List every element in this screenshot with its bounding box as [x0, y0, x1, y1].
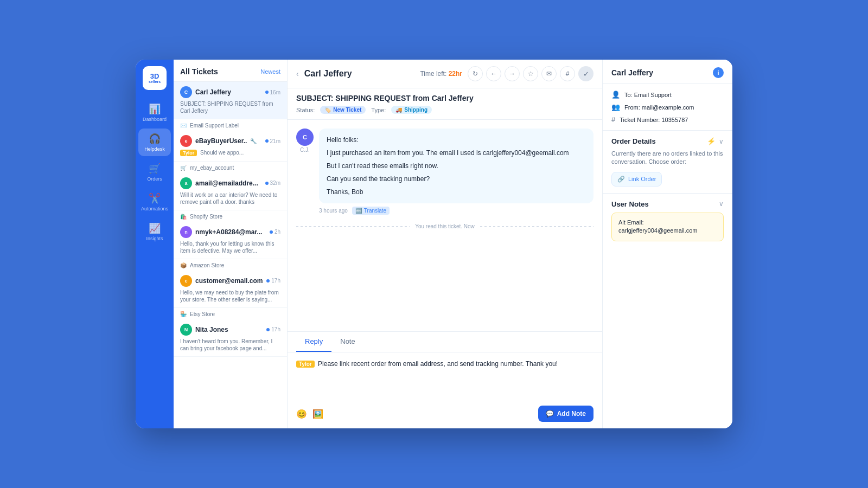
ticket-time: 17h — [266, 278, 280, 284]
sidebar: 3D sellers 📊 Dashboard 🎧 Helpdesk 🛒 Orde… — [136, 60, 174, 428]
ticket-name: nmyk+A08284@mar... — [195, 228, 262, 236]
tickets-panel: All Tickets Newest C Carl Jeffery 16m SU… — [174, 60, 288, 428]
avatar: e — [180, 135, 192, 147]
sidebar-item-orders[interactable]: 🛒 Orders — [138, 158, 171, 186]
divider-line-right — [480, 226, 593, 227]
bolt-icon: ⚡ — [707, 137, 716, 145]
refresh-button[interactable]: ↻ — [468, 66, 483, 81]
check-button[interactable]: ✓ — [578, 66, 593, 81]
next-button[interactable]: → — [505, 66, 520, 81]
status-value: New Ticket — [333, 107, 361, 113]
msg-sender: C.J. — [300, 147, 310, 153]
prev-button[interactable]: ← — [486, 66, 501, 81]
right-panel-title: Carl Jeffery — [611, 68, 653, 77]
ticket-name: eBayBuyerUser.. — [195, 137, 247, 145]
ticket-preview: Hello, thank you for letting us know thi… — [180, 240, 280, 254]
image-icon[interactable]: 🖼️ — [312, 409, 323, 419]
type-label: Type: — [371, 107, 386, 113]
order-section-actions: ⚡ ∨ — [707, 137, 724, 145]
contact-ticket-icon: # — [611, 115, 615, 124]
time-dot — [266, 279, 270, 282]
contact-person-icon: 👤 — [611, 91, 620, 99]
status-row: Status: 🏷️ New Ticket Type: 🚚 Shipping — [296, 106, 593, 114]
ticket-preview: SUBJECT: SHIPPING REQUEST from Carl Jeff… — [180, 100, 280, 114]
dashboard-label: Dashboard — [143, 117, 167, 122]
notes-section: User Notes ∨ Alt Email: carlgjeffery004@… — [603, 194, 732, 248]
notes-expand-icon[interactable]: ∨ — [719, 200, 724, 208]
store-label: 🏪 Etsy Store — [174, 308, 287, 319]
ticket-name: amail@emailaddre... — [195, 179, 258, 187]
list-item[interactable]: a amail@emailaddre... 32m Will it work o… — [174, 173, 287, 210]
emoji-icon[interactable]: 😊 — [296, 409, 307, 419]
ticket-name: Carl Jeffery — [195, 88, 231, 96]
store-name: Email Support Label — [190, 123, 239, 129]
order-empty-text: Currently there are no orders linked to … — [611, 150, 724, 166]
status-badge[interactable]: 🏷️ New Ticket — [320, 106, 366, 114]
list-item[interactable]: c customer@email.com 17h Hello, we may n… — [174, 271, 287, 308]
list-item[interactable]: N Nita Jones 17h I haven't heard from yo… — [174, 319, 287, 357]
ticket-time: 21m — [265, 138, 280, 144]
store-label: 🛍️ Shopify Store — [174, 210, 287, 222]
insights-label: Insights — [146, 236, 163, 241]
reply-input[interactable]: Tylor Please link recent order from emai… — [288, 352, 602, 401]
contact-info: 👤 To: Email Support 👥 From: mail@example… — [603, 84, 732, 131]
conversation-header: ‹ Carl Jeffery Time left: 22hr ↻ ← → ☆ ✉… — [288, 60, 602, 88]
avatar: N — [180, 324, 192, 336]
translate-label: Translate — [364, 208, 386, 214]
tickets-header: All Tickets Newest — [174, 60, 287, 82]
ticket-list: C Carl Jeffery 16m SUBJECT: SHIPPING REQ… — [174, 82, 287, 428]
avatar: n — [180, 226, 192, 238]
expand-icon[interactable]: ∨ — [719, 138, 724, 145]
ticket-preview: Hello, we may need to buy the plate from… — [180, 289, 280, 303]
reply-content: Please link recent order from email addr… — [318, 360, 558, 368]
link-order-label: Link Order — [628, 176, 656, 182]
sidebar-item-helpdesk[interactable]: 🎧 Helpdesk — [138, 129, 171, 156]
conversation-title: Carl Jeffery — [304, 69, 415, 79]
email-button[interactable]: ✉ — [541, 66, 557, 81]
sidebar-item-dashboard[interactable]: 📊 Dashboard — [138, 99, 171, 126]
type-badge[interactable]: 🚚 Shipping — [391, 106, 432, 114]
tab-note[interactable]: Note — [331, 332, 363, 352]
status-icon: 🏷️ — [324, 107, 331, 113]
notes-box: Alt Email: carlgjeffery004@geemail.com — [611, 213, 724, 241]
msg-content: Hello folks: I just purchased an item fr… — [319, 129, 593, 215]
store-label: ✉️ Email Support Label — [174, 119, 287, 131]
store-name: Shopify Store — [190, 214, 222, 220]
time-dot — [266, 328, 270, 331]
time-dot — [265, 91, 269, 94]
order-section: Order Details ⚡ ∨ Currently there are no… — [603, 131, 732, 194]
tickets-title: All Tickets — [180, 67, 218, 76]
tickets-sort[interactable]: Newest — [260, 68, 280, 75]
sidebar-item-automations[interactable]: ✂️ Automations — [138, 188, 171, 216]
avatar: c — [180, 275, 192, 287]
logo[interactable]: 3D sellers — [143, 66, 167, 90]
tab-reply[interactable]: Reply — [296, 332, 331, 352]
add-note-label: Add Note — [557, 410, 586, 418]
list-item[interactable]: C Carl Jeffery 16m SUBJECT: SHIPPING REQ… — [174, 82, 287, 119]
sidebar-item-insights[interactable]: 📈 Insights — [138, 218, 171, 246]
ticket-preview: Will it work on a car interior? We need … — [180, 191, 280, 206]
time-dot — [270, 230, 273, 234]
add-note-icon: 💬 — [546, 410, 554, 418]
add-note-button[interactable]: 💬 Add Note — [538, 406, 593, 422]
notes-section-header: User Notes ∨ — [611, 200, 724, 208]
subject-text: SUBJECT: SHIPPING REQUEST from Carl Jeff… — [296, 94, 593, 102]
automations-label: Automations — [141, 206, 168, 211]
contact-to-row: 👤 To: Email Support — [611, 91, 724, 99]
logo-3d: 3D — [150, 73, 159, 80]
list-item[interactable]: e eBayBuyerUser.. 🔧 21m Tylor Should we … — [174, 131, 287, 162]
back-button[interactable]: ‹ — [296, 69, 299, 78]
tag-button[interactable]: # — [560, 66, 575, 81]
translate-button[interactable]: 🔤 Translate — [352, 207, 390, 215]
logo-sellers: sellers — [149, 80, 161, 84]
avatar: C — [180, 86, 192, 98]
link-order-button[interactable]: 🔗 Link Order — [611, 172, 662, 187]
star-button[interactable]: ☆ — [523, 66, 538, 81]
avatar: a — [180, 177, 192, 189]
wrench-icon: 🔧 — [250, 138, 257, 144]
time-value: 22hr — [449, 70, 462, 78]
status-label: Status: — [296, 107, 315, 113]
subject-bar: SUBJECT: SHIPPING REQUEST from Carl Jeff… — [288, 88, 602, 120]
list-item[interactable]: n nmyk+A08284@mar... 2h Hello, thank you… — [174, 222, 287, 259]
info-button[interactable]: i — [713, 67, 724, 78]
